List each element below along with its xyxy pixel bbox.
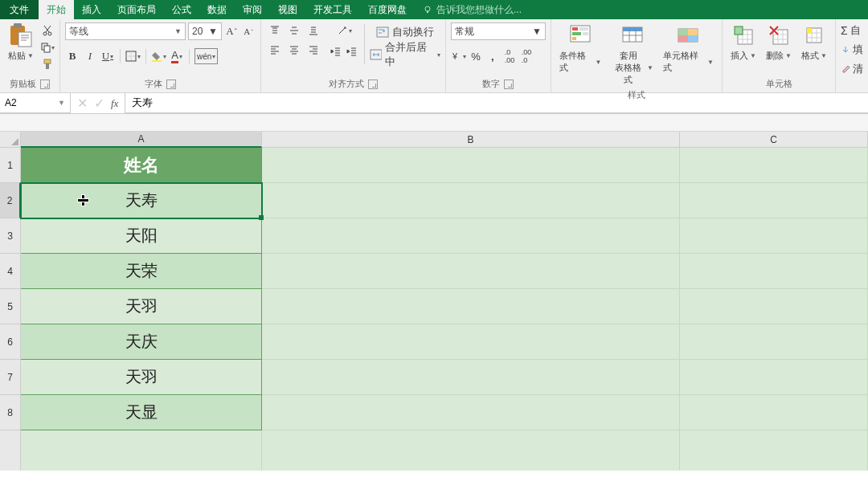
cell-A8[interactable]: 天显 (21, 395, 262, 430)
cell-B5[interactable] (262, 289, 680, 324)
cut-button[interactable] (40, 23, 55, 38)
dialog-launcher-icon[interactable] (40, 79, 50, 89)
align-left-button[interactable] (266, 42, 284, 58)
fx-icon[interactable]: fx (111, 97, 118, 110)
paste-button[interactable]: 粘贴▼ (5, 21, 37, 63)
decrease-decimal-button[interactable]: .00.0 (519, 48, 534, 64)
cell-B8[interactable] (262, 395, 680, 430)
align-bottom-button[interactable] (305, 22, 322, 39)
cell-B2[interactable] (262, 183, 680, 218)
currency-button[interactable]: ¥▾ (451, 48, 466, 64)
cell-blank[interactable] (262, 430, 680, 471)
cell-A7[interactable]: 天羽 (21, 360, 262, 395)
insert-cells-button[interactable]: 插入▼ (727, 21, 760, 63)
align-right-button[interactable] (305, 42, 322, 58)
cell-C8[interactable] (680, 395, 868, 430)
copy-button[interactable]: ▾ (40, 40, 55, 55)
ribbon-tab-4[interactable]: 数据 (199, 0, 235, 19)
align-center-button[interactable] (285, 42, 303, 58)
cell-B6[interactable] (262, 324, 680, 360)
ribbon-tab-3[interactable]: 公式 (164, 0, 199, 19)
font-size-select[interactable]: 20▼ (188, 22, 222, 40)
col-head-C[interactable]: C (680, 132, 868, 148)
conditional-format-button[interactable]: 条件格式▼ (556, 21, 604, 75)
row-head-8[interactable]: 8 (0, 395, 21, 430)
formula-input[interactable]: 天寿 (125, 93, 868, 113)
increase-font-button[interactable]: Aˆ (224, 23, 239, 39)
delete-cells-button[interactable]: 删除▼ (763, 21, 795, 63)
formula-bar-expander[interactable] (0, 114, 868, 132)
percent-button[interactable]: % (469, 48, 483, 64)
row-head-6[interactable]: 6 (0, 324, 21, 360)
cell-B4[interactable] (262, 254, 680, 289)
increase-decimal-button[interactable]: .0.00 (502, 48, 517, 64)
enter-icon[interactable]: ✓ (94, 96, 104, 111)
merge-center-button[interactable]: 合并后居中▾ (370, 47, 440, 63)
decrease-indent-button[interactable] (329, 43, 343, 59)
ribbon-tab-8[interactable]: 百度网盘 (360, 0, 415, 19)
align-top-button[interactable] (266, 22, 284, 39)
orientation-button[interactable]: ▾ (329, 22, 359, 39)
cell-B3[interactable] (262, 218, 680, 254)
wrap-text-button[interactable]: 自动换行 (370, 24, 440, 40)
row-head-1[interactable]: 1 (0, 148, 21, 183)
increase-indent-button[interactable] (345, 43, 359, 59)
align-middle-button[interactable] (285, 22, 303, 39)
cell-blank[interactable] (680, 430, 868, 471)
name-box[interactable]: A2▼ (0, 93, 71, 113)
format-painter-button[interactable] (40, 57, 55, 71)
format-cells-button[interactable]: 格式▼ (798, 21, 830, 63)
cell-A3[interactable]: 天阳 (21, 218, 262, 254)
cell-A4[interactable]: 天荣 (21, 254, 262, 289)
bold-button[interactable]: B (65, 48, 80, 64)
font-color-button[interactable]: A▾ (170, 48, 184, 64)
cell-styles-button[interactable]: 单元格样式▼ (660, 21, 717, 75)
comma-button[interactable]: , (485, 48, 500, 64)
row-head-3[interactable]: 3 (0, 218, 21, 254)
ribbon-tab-1[interactable]: 插入 (74, 0, 109, 19)
cell-A5[interactable]: 天羽 (21, 289, 262, 324)
cell-C7[interactable] (680, 360, 868, 395)
underline-button[interactable]: U▾ (100, 48, 115, 64)
cell-A1[interactable]: 姓名 (21, 148, 262, 183)
decrease-font-button[interactable]: Aˇ (241, 23, 256, 39)
row-head-7[interactable]: 7 (0, 360, 21, 395)
cell-C2[interactable] (680, 183, 868, 218)
cell-C5[interactable] (680, 289, 868, 324)
ribbon-tab-5[interactable]: 审阅 (235, 0, 270, 19)
cell-blank[interactable] (21, 430, 262, 471)
row-head-4[interactable]: 4 (0, 254, 21, 289)
cell-C6[interactable] (680, 324, 868, 360)
cell-A6[interactable]: 天庆 (21, 324, 262, 360)
cell-C1[interactable] (680, 148, 868, 183)
ribbon-tab-2[interactable]: 页面布局 (109, 0, 164, 19)
col-head-B[interactable]: B (262, 132, 680, 148)
cell-B7[interactable] (262, 360, 680, 395)
cancel-icon[interactable]: ✕ (77, 96, 88, 111)
row-head-2[interactable]: 2 (0, 183, 21, 218)
col-head-A[interactable]: A (21, 132, 262, 148)
autosum-button[interactable]: Σ自 (841, 22, 861, 39)
number-format-select[interactable]: 常规▼ (451, 22, 546, 40)
row-head-blank[interactable] (0, 430, 21, 471)
ribbon-tab-7[interactable]: 开发工具 (305, 0, 360, 19)
row-head-5[interactable]: 5 (0, 289, 21, 324)
file-menu[interactable]: 文件 (0, 0, 39, 19)
cell-A2[interactable]: 天寿 (21, 183, 262, 218)
fill-button[interactable]: 填 (841, 42, 863, 58)
cell-B1[interactable] (262, 148, 680, 183)
clear-button[interactable]: 清 (841, 61, 863, 77)
dialog-launcher-icon[interactable] (166, 79, 176, 89)
italic-button[interactable]: I (83, 48, 97, 64)
cell-C4[interactable] (680, 254, 868, 289)
dialog-launcher-icon[interactable] (368, 79, 378, 89)
ribbon-tab-0[interactable]: 开始 (39, 0, 74, 19)
fill-color-button[interactable]: ▾ (151, 48, 166, 64)
phonetic-button[interactable]: wén▾ (194, 48, 218, 64)
cell-C3[interactable] (680, 218, 868, 254)
border-button[interactable]: ▾ (125, 48, 141, 64)
format-as-table-button[interactable]: 套用 表格格式▼ (608, 21, 656, 88)
tell-me[interactable]: 告诉我您想做什么... (423, 3, 522, 17)
font-name-select[interactable]: 等线▼ (65, 22, 186, 40)
select-all-corner[interactable] (0, 132, 21, 148)
